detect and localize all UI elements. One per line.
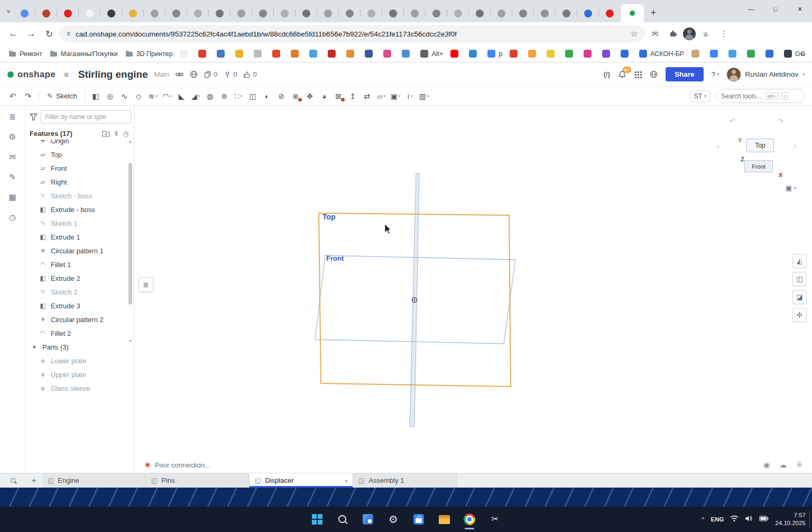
- bookmark-item[interactable]: [688, 50, 706, 58]
- document-tab[interactable]: Assembly 1: [353, 473, 457, 488]
- feature-item[interactable]: Fillet 1: [25, 258, 134, 271]
- cloud-status-icon[interactable]: ☁: [779, 461, 787, 469]
- linear-pattern-icon[interactable]: ∷: [232, 89, 246, 103]
- sketch-button[interactable]: ✎ Sketch: [42, 90, 82, 102]
- browser-tab[interactable]: [447, 4, 469, 22]
- bookmark-item[interactable]: [362, 50, 379, 58]
- bookmark-item[interactable]: [399, 50, 416, 58]
- browser-tab[interactable]: [79, 4, 100, 22]
- forward-button[interactable]: →: [23, 29, 39, 39]
- app-grid-icon[interactable]: [634, 71, 642, 78]
- browser-tab[interactable]: [469, 4, 491, 22]
- bookmark-item[interactable]: [506, 50, 524, 58]
- browser-tab[interactable]: [556, 4, 577, 22]
- browser-tab[interactable]: [209, 4, 230, 22]
- tab-search-button[interactable]: [0, 473, 25, 488]
- undo-button[interactable]: ↶: [5, 91, 20, 101]
- browser-tab[interactable]: [35, 4, 57, 22]
- notifications-bell-icon[interactable]: 9+: [618, 70, 626, 79]
- bookmark-item[interactable]: [306, 50, 324, 58]
- document-tab[interactable]: Engine: [42, 473, 146, 488]
- bookmark-item[interactable]: [214, 50, 231, 58]
- feature-filter-input[interactable]: [41, 110, 131, 124]
- feature-list-icon[interactable]: [6, 112, 19, 122]
- settings-icon[interactable]: [383, 509, 404, 530]
- browser-tab[interactable]: [339, 4, 361, 22]
- sheet-metal-toggle[interactable]: ST ▾: [690, 90, 710, 102]
- browser-tab[interactable]: [57, 4, 79, 22]
- feature-scrollbar[interactable]: ▲ ▼: [127, 140, 133, 343]
- rotate-left-icon[interactable]: ‹: [717, 141, 719, 150]
- add-tab-button[interactable]: +: [25, 473, 42, 488]
- extrude-icon[interactable]: ◧: [89, 89, 103, 103]
- chamfer-icon[interactable]: ◣: [174, 89, 189, 103]
- feature-item[interactable]: Lower plate: [25, 354, 134, 368]
- taskbar-search-icon[interactable]: [332, 509, 353, 530]
- bookmark-item[interactable]: [325, 50, 342, 58]
- feature-item[interactable]: Glass sleeve: [25, 381, 134, 395]
- bookmark-item[interactable]: [525, 50, 542, 58]
- browser-tab[interactable]: [252, 4, 274, 22]
- browser-tab[interactable]: [14, 4, 35, 22]
- browser-tab[interactable]: [187, 4, 209, 22]
- address-bar[interactable]: ≡ cad.onshape.com/documents/9537225c62fc…: [59, 25, 645, 42]
- hole-icon[interactable]: ⊚: [217, 89, 232, 103]
- document-title[interactable]: Stirling engine: [78, 69, 148, 80]
- close-button[interactable]: ✕: [788, 0, 812, 18]
- feature-item[interactable]: Top: [25, 148, 134, 161]
- feature-item[interactable]: Sketch 2: [25, 285, 134, 299]
- bookmark-item[interactable]: [580, 50, 598, 58]
- rotate-cw-icon[interactable]: ↷: [777, 117, 783, 125]
- bookmark-item[interactable]: Alt+: [417, 50, 446, 58]
- history-icon[interactable]: [6, 213, 19, 222]
- wifi-icon[interactable]: [730, 515, 739, 524]
- workspace-name[interactable]: Main: [154, 70, 169, 78]
- browser-tab[interactable]: [100, 4, 122, 22]
- search-tools-box[interactable]: alt/~ c: [716, 89, 805, 103]
- language-indicator[interactable]: ENG: [711, 516, 724, 522]
- bookmarks-overflow-icon[interactable]: »: [800, 49, 809, 58]
- browser-tab[interactable]: [512, 4, 534, 22]
- shell-icon[interactable]: ◍: [203, 89, 217, 103]
- scroll-up-icon[interactable]: ▲: [127, 140, 133, 143]
- browser-tab[interactable]: [491, 4, 512, 22]
- tab-search-caret-icon[interactable]: ∨: [3, 8, 14, 15]
- profile-avatar[interactable]: [683, 27, 696, 40]
- feature-item[interactable]: Extrude 3: [25, 299, 134, 313]
- feature-item[interactable]: Circular pattern 2: [25, 313, 134, 326]
- scroll-down-icon[interactable]: ▼: [127, 339, 133, 343]
- featurescript-icon[interactable]: {/}: [603, 71, 610, 78]
- feature-item[interactable]: Parts (3): [25, 340, 134, 354]
- browser-tab[interactable]: [165, 4, 187, 22]
- document-tab[interactable]: Pins: [146, 473, 250, 488]
- feature-item[interactable]: Extrude 2: [25, 271, 134, 285]
- panel-toggle-button[interactable]: [139, 277, 153, 292]
- back-button[interactable]: ←: [5, 29, 21, 39]
- feature-item[interactable]: Extrude - boss: [25, 203, 134, 216]
- display-modes-icon[interactable]: ◫: [792, 272, 807, 286]
- browser-tab[interactable]: [577, 4, 599, 22]
- browser-tab[interactable]: [230, 4, 252, 22]
- feature-item[interactable]: Circular pattern 1: [25, 244, 134, 258]
- feature-item[interactable]: Sketch 1: [25, 216, 134, 230]
- sheet-metal-icon[interactable]: ▥: [417, 89, 431, 103]
- browser-tab[interactable]: [317, 4, 339, 22]
- transform-icon[interactable]: ✥: [303, 89, 317, 103]
- minimize-button[interactable]: —: [739, 0, 763, 18]
- appearance-icon[interactable]: ◭: [792, 254, 807, 268]
- model-canvas[interactable]: Top Front ↶ ↷ ‹ › Y Z X Top Front ▾: [134, 106, 812, 473]
- bookmark-item[interactable]: [251, 50, 268, 58]
- configurations-icon[interactable]: [6, 132, 19, 142]
- bookmark-star-icon[interactable]: ☆: [631, 29, 638, 39]
- bookmark-item[interactable]: [599, 50, 616, 58]
- likes-stat[interactable]: 0: [243, 70, 256, 78]
- document-menu-icon[interactable]: ≡: [64, 70, 69, 79]
- scrollbar-thumb[interactable]: [128, 163, 132, 305]
- reload-button[interactable]: ↻: [41, 29, 57, 40]
- chrome-icon[interactable]: [459, 509, 480, 530]
- browser-tab[interactable]: [361, 4, 382, 22]
- clock[interactable]: 7:57 24.10.2025: [775, 511, 806, 527]
- mirror-icon[interactable]: ◫: [246, 89, 260, 103]
- bookmark-item[interactable]: [562, 50, 579, 58]
- fillet-icon[interactable]: ◠: [160, 89, 174, 103]
